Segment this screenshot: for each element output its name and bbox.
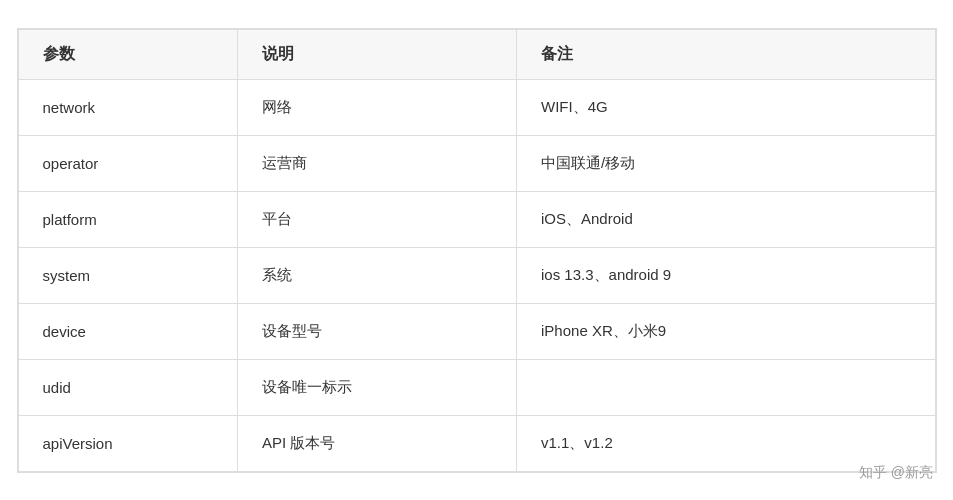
- table-row: system系统ios 13.3、android 9: [18, 247, 935, 303]
- cell-desc: 网络: [238, 79, 517, 135]
- cell-note: iPhone XR、小米9: [517, 303, 935, 359]
- cell-note: 中国联通/移动: [517, 135, 935, 191]
- table-row: udid设备唯一标示: [18, 359, 935, 415]
- cell-desc: 设备型号: [238, 303, 517, 359]
- cell-desc: 平台: [238, 191, 517, 247]
- cell-note: v1.1、v1.2: [517, 415, 935, 471]
- cell-desc: 运营商: [238, 135, 517, 191]
- cell-desc: API 版本号: [238, 415, 517, 471]
- table-row: apiVersionAPI 版本号v1.1、v1.2: [18, 415, 935, 471]
- cell-param: udid: [18, 359, 238, 415]
- cell-note: iOS、Android: [517, 191, 935, 247]
- cell-desc: 设备唯一标示: [238, 359, 517, 415]
- header-param: 参数: [18, 29, 238, 79]
- table-row: operator运营商中国联通/移动: [18, 135, 935, 191]
- watermark: 知乎 @新亮: [859, 464, 933, 482]
- cell-param: network: [18, 79, 238, 135]
- main-table: 参数 说明 备注 network网络WIFI、4Goperator运营商中国联通…: [17, 28, 937, 473]
- cell-param: operator: [18, 135, 238, 191]
- cell-note: ios 13.3、android 9: [517, 247, 935, 303]
- table-header-row: 参数 说明 备注: [18, 29, 935, 79]
- table-row: network网络WIFI、4G: [18, 79, 935, 135]
- header-desc: 说明: [238, 29, 517, 79]
- cell-param: system: [18, 247, 238, 303]
- cell-param: apiVersion: [18, 415, 238, 471]
- header-note: 备注: [517, 29, 935, 79]
- cell-note: [517, 359, 935, 415]
- cell-desc: 系统: [238, 247, 517, 303]
- cell-note: WIFI、4G: [517, 79, 935, 135]
- table-row: platform平台iOS、Android: [18, 191, 935, 247]
- cell-param: device: [18, 303, 238, 359]
- cell-param: platform: [18, 191, 238, 247]
- table-row: device设备型号iPhone XR、小米9: [18, 303, 935, 359]
